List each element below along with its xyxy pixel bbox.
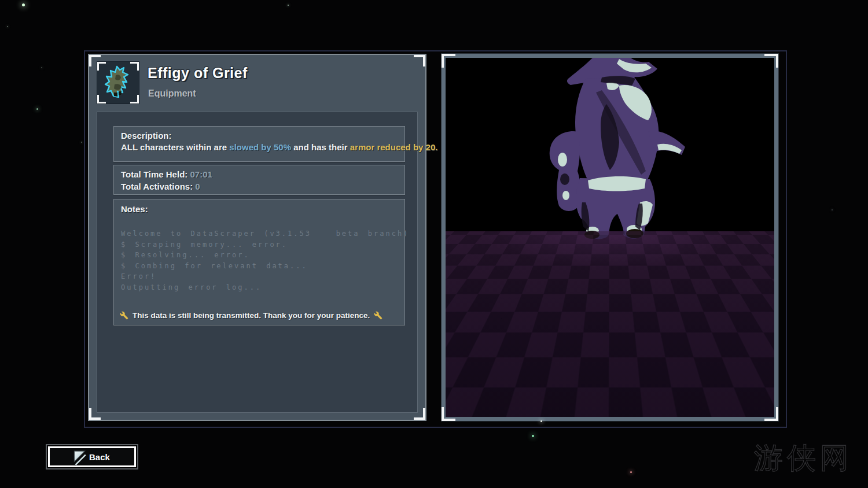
floor-glow [446, 231, 774, 417]
description-segment: armor reduced by 20. [350, 142, 438, 152]
effigy-3d-model [532, 58, 694, 254]
viewer-floor [446, 231, 774, 417]
description-segment: slowed by 50% [229, 142, 291, 152]
star [81, 142, 82, 143]
effigy-icon [102, 65, 134, 101]
description-text: ALL characters within are slowed by 50% … [121, 142, 398, 152]
model-viewer[interactable] [442, 54, 778, 421]
terminal-line: $ Scraping memory... error. [121, 239, 398, 250]
star [532, 435, 534, 437]
terminal-line: Welcome to DataScraper (v3.1.53 beta bra… [121, 228, 398, 239]
back-button[interactable]: Back [48, 446, 136, 467]
stat-row: Total Activations: 0 [121, 180, 398, 193]
terminal-line: $ Combing for relevant data... [121, 261, 398, 272]
description-segment: ALL characters within are [121, 142, 229, 152]
terminal-line: Outputting error log... [121, 282, 398, 293]
description-label: Description: [121, 131, 398, 141]
item-icon-box [97, 61, 139, 104]
back-button-label: Back [89, 452, 110, 462]
watermark: 游侠网 [754, 439, 853, 478]
page-title: Effigy of Grief [148, 65, 248, 82]
star [832, 209, 833, 210]
transmission-notice: This data is still being transmitted. Th… [120, 311, 382, 320]
notes-box: Notes: Welcome to DataScraper (v3.1.53 b… [113, 199, 405, 326]
star [630, 471, 632, 473]
terminal-log: Welcome to DataScraper (v3.1.53 beta bra… [121, 228, 398, 293]
stats-box: Total Time Held: 07:01Total Activations:… [113, 165, 405, 195]
transmission-notice-text: This data is still being transmitted. Th… [133, 311, 370, 320]
terminal-line: Error! [121, 271, 398, 282]
model-viewer-scene [446, 58, 774, 417]
item-detail-panel: Effigy of Grief Equipment Description: A… [88, 54, 426, 421]
stat-row: Total Time Held: 07:01 [121, 168, 398, 180]
wrench-icon [374, 311, 382, 320]
description-box: Description: ALL characters within are s… [113, 126, 405, 162]
stat-value: 0 [195, 182, 200, 191]
notes-label: Notes: [121, 204, 398, 214]
item-info-box: Description: ALL characters within are s… [97, 112, 418, 413]
star [540, 420, 542, 422]
logbook-screen: Effigy of Grief Equipment Description: A… [0, 0, 868, 488]
description-segment: and has their [291, 142, 350, 152]
stat-value: 07:01 [190, 169, 212, 179]
stats-rows: Total Time Held: 07:01Total Activations:… [121, 168, 398, 193]
star [22, 3, 25, 6]
corner-bracket-icon [414, 55, 425, 66]
back-arrow-icon [71, 450, 88, 466]
stat-label: Total Activations: [121, 182, 195, 191]
stat-label: Total Time Held: [121, 169, 190, 179]
star [41, 67, 42, 68]
star [7, 26, 8, 27]
wrench-icon [120, 311, 128, 320]
star [288, 5, 289, 6]
terminal-line: $ Resolving... error. [121, 250, 398, 261]
star [36, 108, 38, 110]
item-category: Equipment [148, 88, 196, 99]
